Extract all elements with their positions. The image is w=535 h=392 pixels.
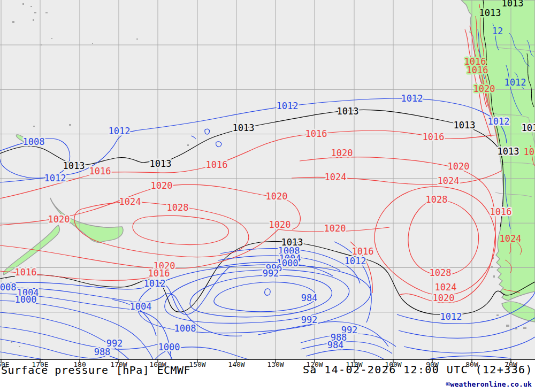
island-speck [187,144,189,146]
island-speck [69,124,71,126]
contour-label-1016: 1016 [206,159,228,170]
island-speck [51,38,52,39]
contour-label-1020: 1020 [269,219,291,230]
contour-label-1012: 1012 [44,173,66,183]
island-speck [19,346,20,347]
lon-tick-label: 140W [228,360,244,368]
contour-label-1020: 1020 [151,180,173,191]
contour-label-1013: 1013 [63,160,85,171]
island-speck [45,12,48,13]
contour-label-1013: 1013 [502,0,524,9]
contour-label-1024: 1024 [119,196,141,207]
contour-label-1028: 1028 [167,202,189,213]
contour-label-1008: 1008 [23,136,45,147]
contour-label-984: 984 [327,340,344,350]
valid-time: Sa 14-02-2026 12:00 UTC (12+336) [303,363,533,376]
contour-label-1000: 1000 [15,294,37,305]
contour-label-1013: 1013 [498,146,519,157]
contour-label-1012: 1012 [277,101,299,111]
title-text: Surface pressure [1,364,109,376]
contour-label-1020: 1020 [448,161,470,172]
contour-label-988: 988 [94,347,111,357]
contour-label-1020: 1020 [473,83,495,94]
contour-label-1020: 1020 [48,214,70,225]
contour-label-1020: 1020 [324,223,346,234]
contour-label-1012: 1012 [401,93,423,104]
contour-label-1012: 1012 [144,278,166,289]
contour-label-1024: 1024 [435,282,457,293]
contour-label-1024: 1024 [325,172,347,182]
contour-label-1020: 1020 [266,191,288,202]
island-speck [34,12,36,13]
map-title: Surface pressure[hPa]ECMWF [1,364,198,376]
contour-label-1028: 1028 [430,267,452,278]
island-speck [523,327,526,329]
island-speck [496,314,499,316]
contour-label-984: 984 [301,293,318,303]
contour-label-1016: 1016 [423,132,445,142]
contour-label-1012: 1012 [505,77,526,88]
copyright: ©weatheronline.co.uk [446,380,532,388]
contour-label-1016: 1016 [467,65,488,75]
contour-label-1012: 1012 [345,256,366,266]
contour-label-1024: 1024 [500,233,522,244]
contour-label-1013: 1013 [454,120,476,130]
contour-label-12: 12 [492,26,503,36]
contour-label-1013: 1013 [522,122,535,133]
contour-label-1016: 1016 [89,166,111,176]
model-text: ECMWF [157,364,190,376]
contour-label-1008: 1008 [0,282,16,293]
island-speck [33,126,35,127]
contour-label-1004: 1004 [130,301,152,312]
contour-label-1028: 1028 [426,194,448,205]
island-speck [136,39,138,40]
island-speck [12,21,14,23]
contour-label-992: 992 [301,314,318,325]
contour-label-1016: 1016 [305,128,327,139]
contour-label-1013: 1013 [233,122,255,133]
contour-label-1020: 1020 [433,293,455,303]
contour-label-1016: 1016 [352,246,374,257]
contour-label-1012: 1012 [440,311,462,322]
island-speck [506,325,509,327]
contour-label-1008: 1008 [174,323,196,334]
lon-tick-label: 130W [267,360,284,368]
surface-pressure-map: 1013101310131013101310131013101310131013… [0,0,535,392]
contour-label-1020: 1020 [331,148,353,158]
island-speck [30,6,32,7]
contour-label-1013: 1013 [479,7,501,18]
contour-label-1016: 1016 [524,147,535,157]
contour-label-992: 992 [263,268,279,279]
island-speck [92,43,93,44]
island-speck [33,19,34,21]
contour-label-1012: 1012 [109,126,131,136]
contour-label-1000: 1000 [158,342,180,352]
unit-text: [hPa] [116,364,150,376]
contour-label-1016: 1016 [15,267,37,278]
contour-label-1016: 1016 [148,268,170,279]
contour-label-1013: 1013 [150,158,172,169]
contour-label-1016: 1016 [490,206,512,217]
contour-label-1013: 1013 [337,106,359,117]
contour-label-1012: 1012 [488,116,510,127]
contour-label-1024: 1024 [438,175,460,186]
weather-map-page: 1013101310131013101310131013101310131013… [0,0,535,392]
island-speck [493,275,495,278]
island-speck [22,3,24,5]
